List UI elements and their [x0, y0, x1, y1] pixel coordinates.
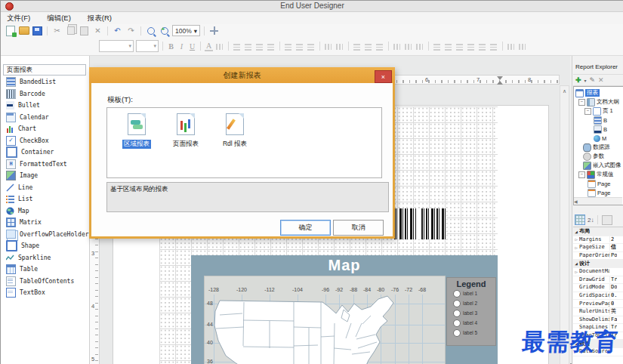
layout-button[interactable]	[353, 42, 362, 51]
toolbox-item-textbox[interactable]: TextBox	[1, 287, 95, 299]
style-button[interactable]	[335, 42, 344, 51]
template-page-report[interactable]: 页面报表	[164, 113, 208, 149]
toolbox-item-overflowplaceholder[interactable]: OverflowPlaceHolder	[1, 229, 95, 241]
tree-node-page-value[interactable]: Page	[574, 188, 623, 197]
indent-button[interactable]	[295, 42, 304, 51]
collapse-icon[interactable]: −	[578, 99, 585, 106]
align-justify-button[interactable]	[267, 42, 276, 51]
font-color-button[interactable]: A	[205, 42, 213, 51]
toolbox-item-matrix[interactable]: Matrix	[1, 217, 95, 229]
group-button[interactable]	[507, 42, 516, 51]
edit-button[interactable]: ✎	[590, 76, 596, 84]
size-button[interactable]	[433, 42, 442, 51]
size-button[interactable]	[478, 42, 487, 51]
template-rdl-report[interactable]: Rdl 报表	[213, 113, 257, 149]
toolbox-item-calendar[interactable]: Calendar	[1, 112, 95, 124]
collapse-icon[interactable]: −	[584, 108, 591, 115]
redo-button[interactable]: ↷	[125, 26, 137, 36]
tree-node-parameters[interactable]: 参数	[574, 152, 623, 161]
toolbox-item-container[interactable]: Container	[1, 147, 95, 159]
size-button[interactable]	[444, 42, 453, 51]
tree-node-child[interactable]: B	[574, 116, 623, 125]
size-button[interactable]	[467, 42, 476, 51]
tree-node-embedded-images[interactable]: 嵌入式图像	[574, 161, 623, 170]
tree-node-datasources[interactable]: 数据源	[574, 143, 623, 152]
toolbox-item-sparkline[interactable]: Sparkline	[1, 252, 95, 264]
bullet-list-button[interactable]	[284, 42, 293, 51]
open-button[interactable]	[18, 26, 29, 36]
toolbox-item-table[interactable]: Table	[1, 264, 95, 276]
align-center-button[interactable]	[244, 42, 253, 51]
tree-node-common-values[interactable]: −常规值	[574, 170, 623, 179]
copy-button[interactable]	[65, 26, 76, 36]
collapse-icon[interactable]: −	[578, 171, 585, 178]
cut-button[interactable]: ✂	[51, 26, 63, 36]
tree-horizontal-scrollbar[interactable]: ◀	[574, 197, 622, 205]
bold-button[interactable]: B	[167, 42, 175, 51]
underline-button[interactable]: U	[188, 42, 196, 51]
toolbox-item-shape[interactable]: Shape	[1, 240, 95, 252]
pan-button[interactable]	[208, 26, 220, 36]
order-button[interactable]	[415, 42, 424, 51]
ok-button[interactable]: 确定	[280, 220, 331, 236]
new-report-button[interactable]	[5, 26, 16, 36]
dialog-title-bar[interactable]: 创建新报表	[89, 67, 395, 83]
scroll-left-icon[interactable]: ◀	[574, 199, 578, 204]
toolbox-item-list[interactable]: List	[1, 193, 95, 205]
toolbox-item-image[interactable]: Image	[1, 170, 95, 182]
categorized-button[interactable]	[575, 214, 585, 225]
barcode-element[interactable]	[394, 208, 446, 239]
toolbox-item-bandedlist[interactable]: BandedList	[1, 76, 95, 88]
canvas-vertical-scrollbar[interactable]: ∧	[560, 85, 569, 364]
style-button[interactable]	[324, 42, 333, 51]
menu-report[interactable]: 报表(R)	[88, 14, 112, 23]
ungroup-button[interactable]	[518, 42, 527, 51]
tree-node-report[interactable]: 报表	[574, 88, 623, 97]
delete-button[interactable]: ✕	[92, 26, 103, 36]
add-button[interactable]: ✚	[575, 76, 581, 84]
size-button[interactable]	[489, 42, 498, 51]
layout-button[interactable]	[364, 42, 373, 51]
zoom-in-button[interactable]	[159, 26, 170, 36]
property-pages-button[interactable]	[602, 215, 612, 225]
highlight-color-button[interactable]	[215, 42, 224, 51]
order-button[interactable]	[393, 42, 402, 51]
toolbox-item-checkbox[interactable]: ✓CheckBox	[1, 135, 95, 147]
font-family-select[interactable]: ▾	[99, 40, 134, 52]
menu-edit[interactable]: 编辑(E)	[47, 14, 71, 23]
add-dropdown-icon[interactable]: ▾	[584, 78, 587, 83]
menu-file[interactable]: 文件(F)	[7, 14, 30, 23]
template-section-report[interactable]: 区域报表	[115, 113, 159, 149]
layout-button[interactable]	[375, 42, 384, 51]
toolbox-item-chart[interactable]: Chart	[1, 123, 95, 135]
tree-node-page1[interactable]: −页 1	[574, 106, 623, 116]
toolbox-item-line[interactable]: Line	[1, 182, 95, 194]
toolbox-item-tableofcontents[interactable]: TableOfContents	[1, 276, 95, 288]
undo-button[interactable]: ↶	[112, 26, 123, 36]
zoom-out-button[interactable]	[145, 26, 156, 36]
dialog-close-button[interactable]: ×	[375, 70, 392, 83]
zoom-level-select[interactable]: 100% ▾	[172, 25, 200, 36]
italic-button[interactable]: I	[177, 42, 186, 51]
size-button[interactable]	[455, 42, 464, 51]
margin-marker[interactable]	[497, 76, 503, 85]
align-left-button[interactable]	[233, 42, 242, 51]
font-size-select[interactable]: ▾	[136, 40, 159, 52]
paste-button[interactable]	[79, 26, 90, 36]
tree-node-child[interactable]: B	[574, 125, 623, 134]
toolbox-header[interactable]: 页面报表	[3, 64, 86, 76]
alphabetical-sort-button[interactable]: 2↓	[588, 217, 594, 224]
tree-node-page-value[interactable]: Page	[574, 179, 623, 188]
scroll-up-icon[interactable]: ∧	[560, 86, 569, 96]
toolbox-item-map[interactable]: Map	[1, 205, 95, 217]
cancel-button[interactable]: 取消	[333, 220, 384, 236]
delete-node-button[interactable]: ✕	[598, 76, 604, 84]
toolbox-item-bullet[interactable]: Bullet	[1, 100, 95, 112]
toolbox-item-barcode[interactable]: Barcode	[1, 88, 95, 100]
outdent-button[interactable]	[307, 42, 316, 51]
tree-node-outline[interactable]: −文档大纲	[574, 97, 623, 106]
align-right-button[interactable]	[255, 42, 264, 51]
order-button[interactable]	[404, 42, 413, 51]
save-button[interactable]	[32, 26, 43, 36]
map-element[interactable]: Map -128 -120 -112 -104 -96 -92 -88	[191, 255, 498, 364]
